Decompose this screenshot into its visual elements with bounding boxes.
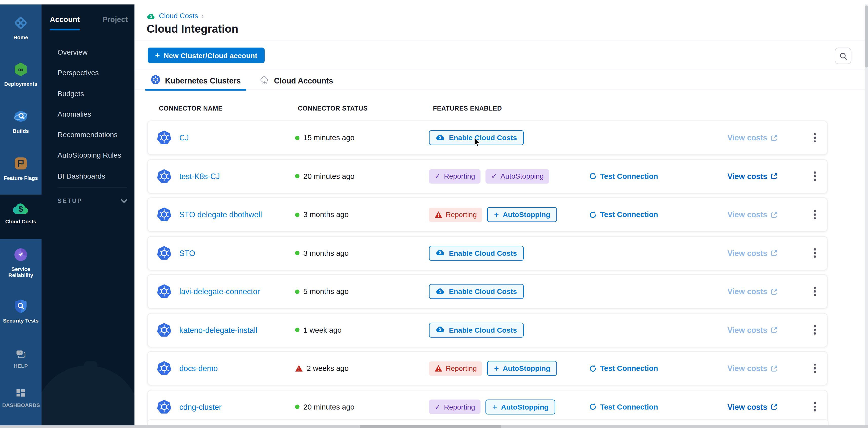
table-row: CJ15 minutes ago$Enable Cloud CostsView … bbox=[147, 121, 828, 155]
kubernetes-icon bbox=[157, 130, 172, 145]
chevron-down-icon bbox=[121, 199, 127, 203]
view-costs-link[interactable]: View costs bbox=[727, 287, 778, 296]
row-menu-button[interactable] bbox=[809, 130, 821, 146]
enable-cloud-costs-button[interactable]: $Enable Cloud Costs bbox=[429, 284, 523, 299]
plus-icon: + bbox=[494, 210, 499, 219]
row-menu-button[interactable] bbox=[809, 360, 821, 377]
sidebar-item-dashboards[interactable]: DASHBOARDS bbox=[0, 389, 41, 408]
view-costs-link[interactable]: View costs bbox=[727, 133, 778, 142]
view-costs-link[interactable]: View costs bbox=[727, 364, 778, 373]
connector-name-link[interactable]: STO bbox=[179, 249, 195, 258]
module-rail: Home∞DeploymentsBuildsFeature Flags$Clou… bbox=[0, 4, 41, 428]
status-ok-dot bbox=[295, 289, 299, 293]
test-connection-link[interactable]: Test Connection bbox=[589, 172, 658, 180]
sidebar-item-feature-flags[interactable]: Feature Flags bbox=[0, 156, 41, 181]
connector-status: 20 minutes ago bbox=[295, 172, 354, 180]
row-menu-button[interactable] bbox=[809, 168, 821, 185]
enable-cloud-costs-button[interactable]: $Enable Cloud Costs bbox=[429, 323, 523, 337]
refresh-icon bbox=[589, 172, 597, 180]
nav-item-recommendations[interactable]: Recommendations bbox=[41, 125, 134, 145]
features-enabled: $Enable Cloud Costs bbox=[429, 323, 523, 337]
sidebar-item-service-reliability[interactable]: Service Reliability bbox=[0, 247, 41, 278]
connector-name-link[interactable]: test-K8s-CJ bbox=[179, 172, 220, 180]
sidebar-item-deployments[interactable]: ∞Deployments bbox=[0, 62, 41, 87]
plus-icon: + bbox=[494, 363, 499, 373]
connector-name-link[interactable]: cdng-cluster bbox=[179, 402, 222, 411]
sidebar-item-label: HELP bbox=[0, 363, 41, 369]
test-connection-link[interactable]: Test Connection bbox=[589, 364, 658, 372]
connector-name-link[interactable]: lavi-delegate-connector bbox=[179, 287, 260, 296]
cloud-costs-icon: $ bbox=[12, 202, 29, 217]
connector-name-link[interactable]: STO delegate dbothwell bbox=[179, 210, 262, 219]
setup-section-toggle[interactable]: SETUP bbox=[58, 197, 127, 204]
table-row: STO delegate dbothwell3 months agoReport… bbox=[147, 197, 828, 232]
search-button[interactable] bbox=[835, 47, 851, 64]
nav-menu: OverviewPerspectivesBudgetsAnomaliesReco… bbox=[41, 42, 134, 187]
status-ok-dot bbox=[295, 174, 299, 178]
nav-item-anomalies[interactable]: Anomalies bbox=[41, 104, 134, 125]
deployments-icon: ∞ bbox=[13, 62, 28, 79]
row-menu-button[interactable] bbox=[809, 283, 821, 300]
external-link-icon bbox=[771, 403, 778, 410]
test-connection-link[interactable]: Test Connection bbox=[589, 403, 658, 411]
connector-status: 3 months ago bbox=[295, 210, 349, 219]
nav-item-autostopping-rules[interactable]: AutoStopping Rules bbox=[41, 145, 134, 166]
new-cluster-button[interactable]: + New Cluster/Cloud account bbox=[148, 47, 265, 63]
view-costs-link[interactable]: View costs bbox=[727, 172, 778, 180]
sidebar-item-builds[interactable]: Builds bbox=[0, 109, 41, 134]
row-menu-button[interactable] bbox=[809, 244, 821, 261]
table-row: STO3 months ago$Enable Cloud CostsView c… bbox=[147, 236, 828, 270]
help-icon: ? bbox=[16, 350, 26, 361]
status-ok-dot bbox=[295, 328, 299, 332]
tab-account[interactable]: Account bbox=[50, 15, 80, 30]
setup-label: SETUP bbox=[58, 197, 82, 204]
sidebar-item-cloud-costs[interactable]: $Cloud Costs bbox=[0, 195, 41, 239]
horizontal-scrollbar[interactable] bbox=[0, 425, 868, 428]
add-autostopping-button[interactable]: +AutoStopping bbox=[486, 399, 555, 414]
tab-cloud-accounts[interactable]: Cloud Accounts bbox=[254, 72, 339, 89]
view-costs-link[interactable]: View costs bbox=[727, 210, 778, 219]
sidebar-item-security-tests[interactable]: Security Tests bbox=[0, 299, 41, 324]
sidebar-item-home[interactable]: Home bbox=[0, 15, 41, 40]
sidebar-item-label: Feature Flags bbox=[0, 175, 41, 181]
sidebar-item-label: Deployments bbox=[0, 81, 41, 87]
check-icon: ✓ bbox=[435, 403, 441, 411]
status-ok-dot bbox=[295, 404, 299, 409]
row-menu-button[interactable] bbox=[809, 398, 821, 415]
connector-name-link[interactable]: docs-demo bbox=[179, 364, 218, 373]
svg-text:$: $ bbox=[439, 135, 442, 140]
view-costs-link[interactable]: View costs bbox=[727, 402, 778, 411]
connector-name-link[interactable]: CJ bbox=[179, 133, 189, 142]
vertical-scrollbar[interactable] bbox=[865, 4, 868, 428]
view-costs-link[interactable]: View costs bbox=[727, 326, 778, 334]
connector-name-link[interactable]: kateno-delegate-install bbox=[179, 326, 257, 334]
add-autostopping-button[interactable]: +AutoStopping bbox=[488, 361, 557, 376]
feature-badge-reporting-error: Reporting bbox=[429, 361, 483, 376]
row-menu-button[interactable] bbox=[809, 322, 821, 338]
sidebar-item-label: Builds bbox=[0, 128, 41, 134]
nav-item-bi-dashboards[interactable]: BI Dashboards bbox=[41, 166, 134, 187]
tab-project[interactable]: Project bbox=[102, 15, 128, 30]
plus-icon: + bbox=[492, 402, 497, 411]
vertical-scrollbar-thumb[interactable] bbox=[865, 6, 868, 68]
features-enabled: Reporting+AutoStopping bbox=[429, 361, 557, 376]
view-costs-link[interactable]: View costs bbox=[727, 249, 778, 258]
horizontal-scrollbar-thumb[interactable] bbox=[360, 425, 501, 428]
breadcrumb-link[interactable]: Cloud Costs bbox=[159, 12, 198, 20]
feature-badge-autostopping: ✓AutoStopping bbox=[486, 169, 549, 184]
nav-item-perspectives[interactable]: Perspectives bbox=[41, 63, 134, 84]
add-autostopping-button[interactable]: +AutoStopping bbox=[488, 207, 557, 222]
external-link-icon bbox=[771, 211, 778, 218]
warning-icon bbox=[435, 211, 442, 218]
kubernetes-icon bbox=[157, 245, 172, 261]
sidebar-item-help[interactable]: ?HELP bbox=[0, 350, 41, 369]
divider bbox=[134, 40, 868, 40]
cloud-accounts-icon bbox=[259, 76, 270, 85]
test-connection-link[interactable]: Test Connection bbox=[589, 210, 658, 219]
plus-icon: + bbox=[155, 50, 160, 60]
row-menu-button[interactable] bbox=[809, 206, 821, 223]
nav-item-overview[interactable]: Overview bbox=[41, 42, 134, 63]
tab-kubernetes-clusters[interactable]: Kubernetes Clusters bbox=[145, 72, 246, 89]
nav-item-budgets[interactable]: Budgets bbox=[41, 83, 134, 104]
enable-cloud-costs-button[interactable]: $Enable Cloud Costs bbox=[429, 245, 523, 261]
